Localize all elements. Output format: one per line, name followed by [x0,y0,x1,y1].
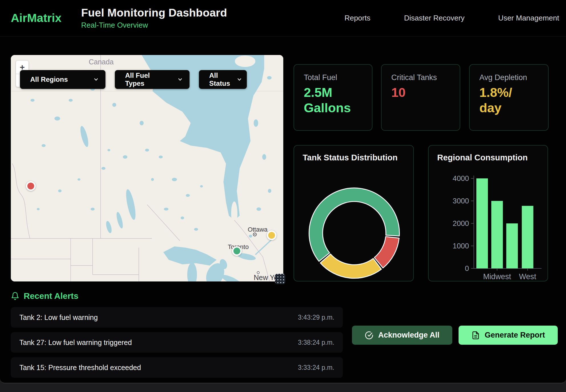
alerts-title: Recent Alerts [24,291,78,301]
alert-time: 3:38:24 p.m. [298,339,334,346]
status-filter-select[interactable]: All Status [199,70,247,89]
tank-status-chart-card: Tank Status Distribution [294,145,414,281]
alert-row[interactable]: Tank 27: Low fuel warning triggered 3:38… [11,332,343,353]
stat-card-critical-tanks: Critical Tanks 10 [381,64,460,131]
map-resize-handle[interactable] [275,274,285,284]
alert-message: Tank 15: Pressure threshold exceeded [19,364,141,372]
stat-card-avg-depletion: Avg Depletion 1.8%/day [469,64,549,131]
fuel-type-filter-select[interactable]: All Fuel Types [115,70,190,89]
header: AirMatrix Fuel Monitoring Dashboard Real… [0,0,566,36]
alert-time: 3:43:29 p.m. [298,314,334,321]
svg-text:4000: 4000 [453,174,469,182]
svg-text:Midwest: Midwest [483,272,511,281]
stat-label: Critical Tanks [391,73,451,82]
alert-row[interactable]: Tank 2: Low fuel warning 3:43:29 p.m. [11,307,343,328]
region-filter-select[interactable]: All Regions [20,70,105,89]
map-tiles: Canada Ottawa Toronto New York [11,55,283,281]
chevron-down-icon [93,77,99,82]
regional-consumption-bar-chart[interactable]: 01000200030004000MidwestWest [429,146,547,281]
svg-text:1000: 1000 [453,242,469,250]
stat-value: 10 [391,85,451,100]
nav-item-user-management[interactable]: User Management [498,14,559,23]
chevron-down-icon [178,77,183,82]
generate-report-button[interactable]: Generate Report [459,326,558,345]
page-title: Fuel Monitoring Dashboard [81,7,227,19]
svg-text:West: West [519,272,536,281]
main-nav: Reports Disaster Recovery User Managemen… [345,14,566,23]
svg-text:0: 0 [465,264,469,272]
svg-text:3000: 3000 [453,197,469,205]
alert-time: 3:33:24 p.m. [298,364,334,371]
stat-label: Total Fuel [304,73,363,82]
nav-item-disaster-recovery[interactable]: Disaster Recovery [404,14,465,23]
dashboard-app: AirMatrix Fuel Monitoring Dashboard Real… [0,0,566,383]
tank-status-donut-chart[interactable] [294,146,413,281]
stat-value: 1.8%/day [479,85,518,116]
bell-icon [11,292,19,300]
svg-text:2000: 2000 [453,219,469,227]
alert-message: Tank 27: Low fuel warning triggered [19,338,132,347]
warning-tank-marker[interactable] [267,230,276,240]
acknowledge-all-button[interactable]: Acknowledge All [352,326,452,345]
page-subtitle: Real-Time Overview [81,21,227,30]
document-icon [471,331,480,340]
alert-message: Tank 2: Low fuel warning [19,313,98,322]
stat-label: Avg Depletion [479,73,539,82]
title-block: Fuel Monitoring Dashboard Real-Time Over… [81,7,227,30]
check-circle-icon [365,331,373,340]
map[interactable]: Canada Ottawa Toronto New York + − All R… [11,55,283,281]
chevron-down-icon [237,77,242,82]
critical-tank-marker[interactable] [26,181,36,191]
map-panel: Canada Ottawa Toronto New York + − All R… [11,55,283,281]
stat-value: 2.5M Gallons [304,85,363,116]
nav-item-reports[interactable]: Reports [345,14,370,23]
regional-consumption-chart-card: Regional Consumption 01000200030004000Mi… [428,145,548,281]
alerts-header: Recent Alerts [11,291,78,301]
map-filters: All Regions All Fuel Types All Status [20,70,247,89]
map-label-canada: Canada [89,58,114,66]
map-label-ottawa: Ottawa [248,226,268,233]
alert-row[interactable]: Tank 15: Pressure threshold exceeded 3:3… [11,357,343,378]
brand-logo[interactable]: AirMatrix [11,11,62,25]
stat-card-total-fuel: Total Fuel 2.5M Gallons [294,64,372,131]
